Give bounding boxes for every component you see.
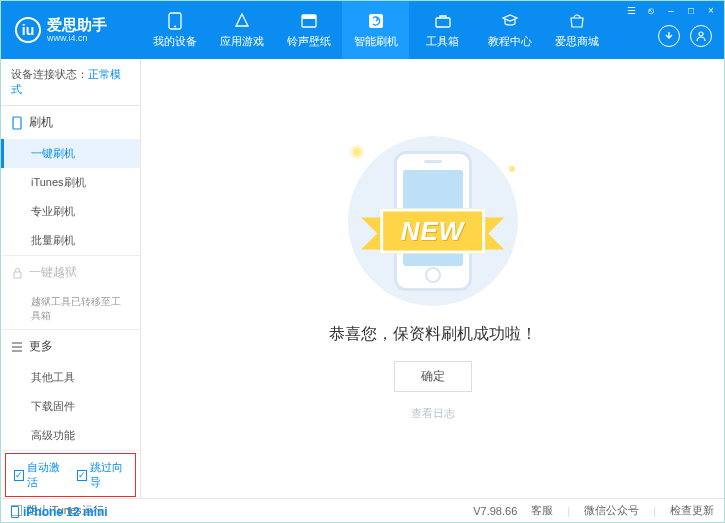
jailbreak-note: 越狱工具已转移至工具箱 (1, 289, 140, 329)
service-link[interactable]: 客服 (531, 503, 553, 518)
svg-rect-8 (14, 272, 21, 278)
tutorial-icon (500, 12, 520, 30)
nav-ringtones[interactable]: 铃声壁纸 (275, 1, 342, 59)
sidebar-item-itunes[interactable]: iTunes刷机 (1, 168, 140, 197)
phone-small-icon (11, 117, 23, 129)
store-icon (567, 12, 587, 30)
svg-point-6 (699, 32, 703, 36)
ok-button[interactable]: 确定 (394, 361, 472, 392)
svg-point-1 (174, 25, 176, 27)
section-jailbreak: 一键越狱 越狱工具已转移至工具箱 (1, 256, 140, 330)
section-jailbreak-head: 一键越狱 (1, 256, 140, 289)
checkbox-icon: ✓ (14, 470, 24, 481)
nav-my-device[interactable]: 我的设备 (141, 1, 208, 59)
menu-icon[interactable]: ☰ (624, 3, 638, 17)
nav-toolbox[interactable]: 工具箱 (409, 1, 476, 59)
logo-icon: iu (15, 17, 41, 43)
svg-rect-5 (436, 18, 450, 27)
auto-activate-checkbox[interactable]: ✓自动激活 (14, 460, 65, 490)
device-name: iPhone 12 mini (11, 505, 130, 519)
version-label: V7.98.66 (473, 505, 517, 517)
download-button[interactable] (658, 25, 680, 47)
new-ribbon: NEW (380, 209, 486, 254)
sidebar: 设备连接状态：正常模式 刷机 一键刷机 iTunes刷机 专业刷机 批量刷机 一… (1, 59, 141, 498)
apps-icon (232, 12, 252, 30)
sparkle-icon (353, 148, 361, 156)
checkbox-icon: ✓ (77, 470, 87, 481)
app-url: www.i4.cn (47, 33, 107, 43)
main-content: NEW 恭喜您，保资料刷机成功啦！ 确定 查看日志 (141, 59, 724, 498)
section-flash-head[interactable]: 刷机 (1, 106, 140, 139)
svg-rect-7 (13, 117, 21, 129)
sidebar-item-advanced[interactable]: 高级功能 (1, 421, 140, 450)
sparkle-icon (509, 166, 515, 172)
sidebar-item-pro[interactable]: 专业刷机 (1, 197, 140, 226)
app-header: iu 爱思助手 www.i4.cn 我的设备 应用游戏 铃声壁纸 智能刷机 工具… (1, 1, 724, 59)
section-flash: 刷机 一键刷机 iTunes刷机 专业刷机 批量刷机 (1, 106, 140, 256)
section-more: 更多 其他工具 下载固件 高级功能 (1, 330, 140, 451)
toolbox-icon (433, 12, 453, 30)
sidebar-item-oneclick[interactable]: 一键刷机 (1, 139, 140, 168)
update-link[interactable]: 检查更新 (670, 503, 714, 518)
device-icon (11, 506, 19, 518)
phone-icon (165, 12, 185, 30)
svg-rect-3 (302, 15, 316, 19)
nav-store[interactable]: 爱思商城 (543, 1, 610, 59)
nav-tutorials[interactable]: 教程中心 (476, 1, 543, 59)
nav-apps[interactable]: 应用游戏 (208, 1, 275, 59)
window-controls: ☰ ⎋ – □ × (624, 3, 718, 17)
wechat-link[interactable]: 微信公众号 (584, 503, 639, 518)
pin-icon[interactable]: ⎋ (644, 3, 658, 17)
view-log-link[interactable]: 查看日志 (411, 406, 455, 421)
wallpaper-icon (299, 12, 319, 30)
close-icon[interactable]: × (704, 3, 718, 17)
flash-icon (366, 12, 386, 30)
app-name: 爱思助手 (47, 17, 107, 34)
header-actions (658, 25, 712, 47)
logo-area: iu 爱思助手 www.i4.cn (1, 17, 141, 44)
connection-status: 设备连接状态：正常模式 (1, 59, 140, 106)
lock-icon (11, 267, 23, 279)
maximize-icon[interactable]: □ (684, 3, 698, 17)
sidebar-item-other[interactable]: 其他工具 (1, 363, 140, 392)
minimize-icon[interactable]: – (664, 3, 678, 17)
user-button[interactable] (690, 25, 712, 47)
options-row: ✓自动激活 ✓跳过向导 (5, 453, 136, 497)
device-block[interactable]: iPhone 12 mini 64GB Down-12mini-13,1 (1, 499, 140, 523)
success-illustration: NEW (323, 136, 543, 306)
success-message: 恭喜您，保资料刷机成功啦！ (329, 324, 537, 345)
sidebar-item-batch[interactable]: 批量刷机 (1, 226, 140, 255)
main-nav: 我的设备 应用游戏 铃声壁纸 智能刷机 工具箱 教程中心 爱思商城 (141, 1, 610, 59)
nav-flash[interactable]: 智能刷机 (342, 1, 409, 59)
list-icon (11, 341, 23, 353)
skip-guide-checkbox[interactable]: ✓跳过向导 (77, 460, 128, 490)
section-more-head[interactable]: 更多 (1, 330, 140, 363)
sidebar-item-download[interactable]: 下载固件 (1, 392, 140, 421)
